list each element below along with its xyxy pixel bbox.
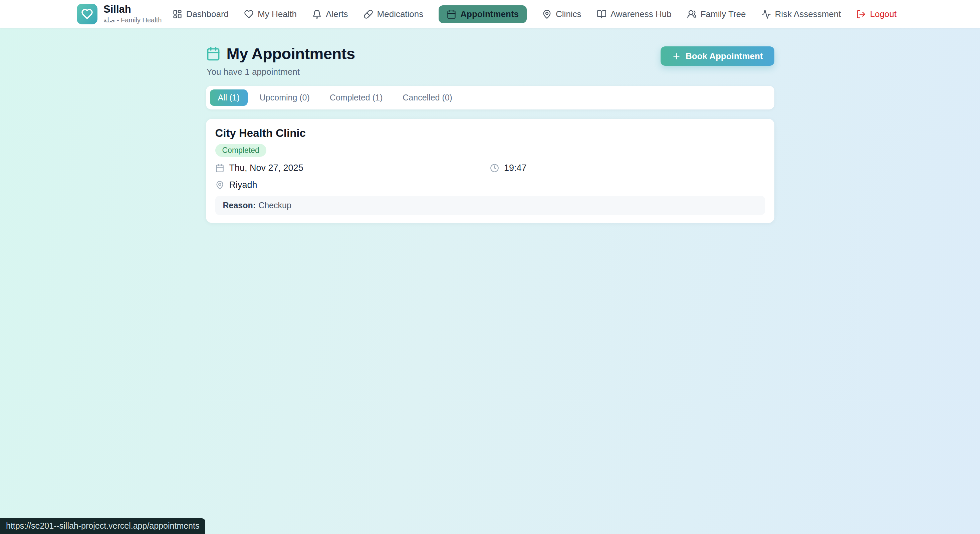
brand[interactable]: Sillah صلة - Family Health bbox=[77, 4, 162, 24]
brand-name: Sillah bbox=[103, 4, 162, 15]
brand-tagline: صلة - Family Health bbox=[103, 16, 162, 24]
reason-label: Reason: bbox=[223, 200, 256, 210]
tab-cancelled[interactable]: Cancelled (0) bbox=[395, 89, 460, 106]
heart-icon bbox=[81, 8, 93, 20]
map-pin-icon bbox=[542, 10, 552, 19]
nav-item-label: My Health bbox=[258, 9, 297, 19]
nav-item-label: Medications bbox=[377, 9, 423, 19]
appointment-card: City Health Clinic Completed Thu, Nov 27… bbox=[206, 119, 775, 223]
nav-item-alerts[interactable]: Alerts bbox=[312, 9, 348, 19]
page-header: My Appointments You have 1 appointment B… bbox=[206, 44, 775, 77]
reason-value: Checkup bbox=[258, 200, 291, 210]
tab-completed[interactable]: Completed (1) bbox=[322, 89, 391, 106]
logout-label: Logout bbox=[870, 9, 897, 19]
brand-text: Sillah صلة - Family Health bbox=[103, 4, 162, 24]
appointment-reason: Reason:Checkup bbox=[215, 196, 765, 215]
nav-item-medications[interactable]: Medications bbox=[363, 9, 423, 19]
book-appointment-label: Book Appointment bbox=[686, 51, 763, 61]
appointment-time: 19:47 bbox=[490, 163, 765, 173]
page-subtitle: You have 1 appointment bbox=[206, 67, 355, 77]
nav-item-label: Risk Assessment bbox=[775, 9, 841, 19]
nav-item-label: Awareness Hub bbox=[611, 9, 671, 19]
calendar-icon bbox=[215, 164, 224, 173]
nav-item-dashboard[interactable]: Dashboard bbox=[173, 9, 229, 19]
status-url-tooltip: https://se201--sillah-project.vercel.app… bbox=[0, 518, 205, 534]
calendar-icon bbox=[206, 46, 221, 61]
nav-menu: Dashboard My Health Alerts Medications A… bbox=[173, 5, 897, 23]
top-navigation-bar: Sillah صلة - Family Health Dashboard My … bbox=[0, 0, 980, 29]
nav-item-label: Appointments bbox=[460, 9, 519, 19]
tab-all[interactable]: All (1) bbox=[210, 89, 248, 106]
appointment-location: Riyadh bbox=[215, 180, 490, 190]
nav-item-clinics[interactable]: Clinics bbox=[542, 9, 581, 19]
appointment-filter-tabs: All (1) Upcoming (0) Completed (1) Cance… bbox=[206, 86, 775, 110]
pill-icon bbox=[363, 10, 373, 19]
log-out-icon bbox=[856, 10, 866, 19]
clinic-name: City Health Clinic bbox=[215, 127, 765, 140]
main-content: My Appointments You have 1 appointment B… bbox=[206, 29, 775, 223]
bell-icon bbox=[312, 10, 322, 19]
tab-upcoming[interactable]: Upcoming (0) bbox=[252, 89, 318, 106]
appointment-date: Thu, Nov 27, 2025 bbox=[215, 163, 490, 173]
page-title: My Appointments bbox=[227, 44, 355, 63]
nav-item-my-health[interactable]: My Health bbox=[244, 9, 297, 19]
nav-item-label: Alerts bbox=[326, 9, 348, 19]
nav-item-risk-assessment[interactable]: Risk Assessment bbox=[761, 9, 841, 19]
appointment-info-grid: Thu, Nov 27, 2025 19:47 Riyadh bbox=[215, 163, 765, 190]
page-title-block: My Appointments You have 1 appointment bbox=[206, 44, 355, 77]
nav-item-appointments[interactable]: Appointments bbox=[439, 5, 527, 23]
appointment-location-text: Riyadh bbox=[229, 180, 257, 190]
logout-button[interactable]: Logout bbox=[856, 9, 897, 19]
book-open-icon bbox=[597, 10, 606, 19]
nav-item-label: Dashboard bbox=[186, 9, 229, 19]
brand-logo bbox=[77, 4, 97, 24]
nav-item-label: Clinics bbox=[556, 9, 581, 19]
status-badge: Completed bbox=[215, 144, 266, 157]
plus-icon bbox=[672, 52, 681, 61]
heart-icon bbox=[244, 10, 254, 19]
map-pin-icon bbox=[215, 181, 224, 189]
nav-item-family-tree[interactable]: Family Tree bbox=[687, 9, 746, 19]
calendar-icon bbox=[447, 10, 456, 19]
appointment-date-text: Thu, Nov 27, 2025 bbox=[229, 163, 304, 173]
clock-icon bbox=[490, 164, 499, 173]
users-icon bbox=[687, 10, 697, 19]
nav-item-label: Family Tree bbox=[701, 9, 746, 19]
page-title-row: My Appointments bbox=[206, 44, 355, 63]
appointment-time-text: 19:47 bbox=[504, 163, 527, 173]
activity-icon bbox=[761, 10, 771, 19]
nav-item-awareness-hub[interactable]: Awareness Hub bbox=[597, 9, 671, 19]
dashboard-icon bbox=[173, 10, 182, 19]
book-appointment-button[interactable]: Book Appointment bbox=[660, 46, 775, 66]
